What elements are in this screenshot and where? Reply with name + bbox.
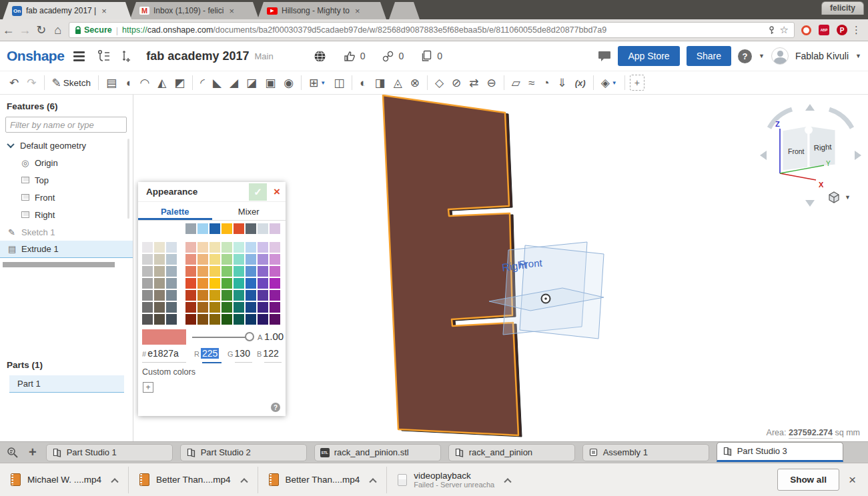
mirror-button[interactable]: ◫ — [330, 73, 348, 92]
color-swatch[interactable] — [185, 266, 196, 277]
color-swatch[interactable] — [209, 290, 220, 301]
versions-icon[interactable] — [97, 49, 111, 63]
tab-palette[interactable]: Palette — [138, 202, 212, 220]
color-swatch[interactable] — [234, 290, 244, 301]
link-icon[interactable] — [382, 51, 394, 62]
tab-mixer[interactable]: Mixer — [212, 202, 286, 220]
color-swatch[interactable] — [185, 290, 196, 301]
color-swatch[interactable] — [142, 314, 153, 325]
chevron-up-icon[interactable] — [111, 478, 118, 485]
color-swatch[interactable] — [246, 223, 256, 234]
extrude-button[interactable]: ▤ — [102, 73, 121, 92]
secure-chip[interactable]: Secure — [75, 25, 112, 35]
rotate-ccw-icon[interactable] — [769, 109, 792, 128]
loft-button[interactable]: ◭ — [153, 73, 170, 92]
color-swatch[interactable] — [209, 254, 220, 265]
add-tab-icon[interactable]: + — [29, 445, 37, 460]
forward-icon[interactable]: → — [17, 23, 33, 37]
color-swatch[interactable] — [142, 278, 153, 289]
color-swatch[interactable] — [166, 278, 177, 289]
color-swatch[interactable] — [222, 302, 232, 313]
color-swatch[interactable] — [197, 314, 208, 325]
chat-icon[interactable] — [598, 50, 611, 62]
color-swatch[interactable] — [258, 302, 268, 313]
color-swatch[interactable] — [234, 242, 244, 253]
download-item[interactable]: Michael W. ....mp4 — [0, 468, 128, 492]
part-face[interactable] — [383, 95, 518, 435]
color-swatch[interactable] — [142, 290, 153, 301]
address-bar[interactable]: Secure | https://cad.onshape.com/documen… — [69, 22, 795, 38]
reload-icon[interactable]: ↻ — [33, 23, 50, 37]
color-swatch[interactable] — [246, 278, 256, 289]
rotate-right-icon[interactable] — [855, 151, 861, 160]
color-swatch[interactable] — [270, 278, 280, 289]
color-swatch[interactable] — [197, 242, 208, 253]
element-tab-part-studio-3[interactable]: Part Studio 3 — [717, 442, 843, 462]
add-custom-color-button[interactable]: + — [143, 382, 153, 393]
download-item[interactable]: Better Than....mp4 — [129, 468, 258, 492]
redo-button[interactable]: ↷ — [23, 73, 40, 92]
color-swatch[interactable] — [246, 302, 256, 313]
close-icon[interactable]: × — [270, 183, 284, 201]
key-icon[interactable] — [767, 26, 776, 35]
color-swatch[interactable] — [222, 266, 232, 277]
color-swatch[interactable] — [142, 254, 153, 265]
color-swatch[interactable] — [222, 290, 232, 301]
move-face-button[interactable]: ⇄ — [465, 73, 482, 92]
home-icon[interactable]: ⌂ — [49, 23, 66, 37]
element-tab-rack-and-pinion-stl[interactable]: STLrack_and_pinion.stl — [314, 444, 441, 461]
add-custom-feature-button[interactable]: + — [630, 75, 644, 91]
color-swatch[interactable] — [246, 290, 256, 301]
color-swatch[interactable] — [258, 266, 268, 277]
workspace-name[interactable]: Main — [254, 51, 273, 61]
chamfer-button[interactable]: ◣ — [209, 73, 226, 92]
browser-tab[interactable]: MInbox (1,109) - felici× — [130, 2, 259, 19]
red-field[interactable]: R225 — [194, 348, 219, 359]
hole-button[interactable]: ◉ — [280, 73, 298, 92]
color-swatch[interactable] — [166, 302, 177, 313]
green-field[interactable]: G130 — [228, 348, 250, 359]
bookmark-star-icon[interactable]: ☆ — [780, 24, 789, 36]
rib-button[interactable]: ◪ — [242, 73, 261, 92]
color-swatch[interactable] — [234, 302, 244, 313]
delete-face-button[interactable]: ⊘ — [448, 73, 465, 92]
sketch-button[interactable]: ✎Sketch — [48, 73, 95, 92]
part-item[interactable]: Part 1 — [9, 375, 124, 393]
manage-tabs-icon[interactable] — [7, 447, 19, 458]
color-swatch[interactable] — [166, 266, 177, 277]
color-swatch[interactable] — [258, 242, 268, 253]
element-tab-rack-and-pinion[interactable]: rack_and_pinion — [448, 444, 575, 461]
pinterest-extension-icon[interactable]: P — [837, 25, 847, 35]
color-swatch[interactable] — [270, 242, 280, 253]
color-swatch[interactable] — [234, 223, 244, 234]
panel-scrollbar[interactable] — [127, 139, 129, 219]
rollback-bar[interactable] — [3, 262, 115, 267]
import-derived-button[interactable]: ⇓ — [554, 73, 571, 92]
browser-tab[interactable]: Onfab academy 2017 |× — [3, 2, 131, 19]
user-menu[interactable]: Fablab Kivuli — [795, 51, 849, 61]
color-swatch[interactable] — [197, 290, 208, 301]
color-swatch[interactable] — [234, 266, 244, 277]
rotate-cw-icon[interactable] — [829, 109, 852, 128]
feature-item-front[interactable]: Front — [0, 189, 133, 206]
material-library-button[interactable]: ◈▼ — [597, 73, 621, 92]
color-swatch[interactable] — [270, 302, 280, 313]
color-swatch[interactable] — [258, 254, 268, 265]
color-swatch[interactable] — [270, 266, 280, 277]
color-swatch[interactable] — [166, 290, 177, 301]
modify-fillet-button[interactable]: ◬ — [390, 73, 406, 92]
rollback-button[interactable]: ◔ — [538, 73, 553, 92]
tab-close-icon[interactable]: × — [101, 6, 107, 16]
color-swatch[interactable] — [142, 242, 153, 253]
color-swatch[interactable] — [222, 278, 232, 289]
onshape-logo[interactable]: Onshape — [7, 48, 64, 64]
revolve-button[interactable]: ◖ — [121, 73, 135, 92]
feature-item-default-geometry[interactable]: Default geometry — [0, 137, 133, 154]
shell-button[interactable]: ▣ — [261, 73, 280, 92]
color-swatch[interactable] — [154, 242, 165, 253]
download-item[interactable]: videoplaybackFailed - Server unreacha — [387, 468, 521, 492]
color-swatch[interactable] — [197, 266, 208, 277]
element-tab-part-studio-1[interactable]: Part Studio 1 — [46, 444, 173, 461]
color-swatch[interactable] — [270, 223, 280, 234]
view-mode-menu[interactable]: ▼ — [827, 191, 851, 204]
